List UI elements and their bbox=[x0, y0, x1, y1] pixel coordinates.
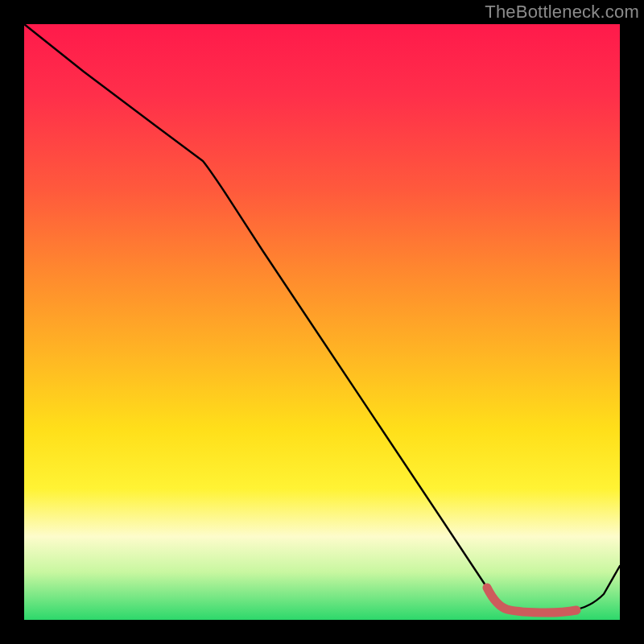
bottleneck-curve bbox=[24, 24, 620, 612]
chart-overlay bbox=[24, 24, 620, 620]
chart-frame: TheBottleneck.com bbox=[0, 0, 644, 644]
watermark-text: TheBottleneck.com bbox=[485, 2, 639, 23]
optimal-region-marker bbox=[487, 588, 576, 613]
